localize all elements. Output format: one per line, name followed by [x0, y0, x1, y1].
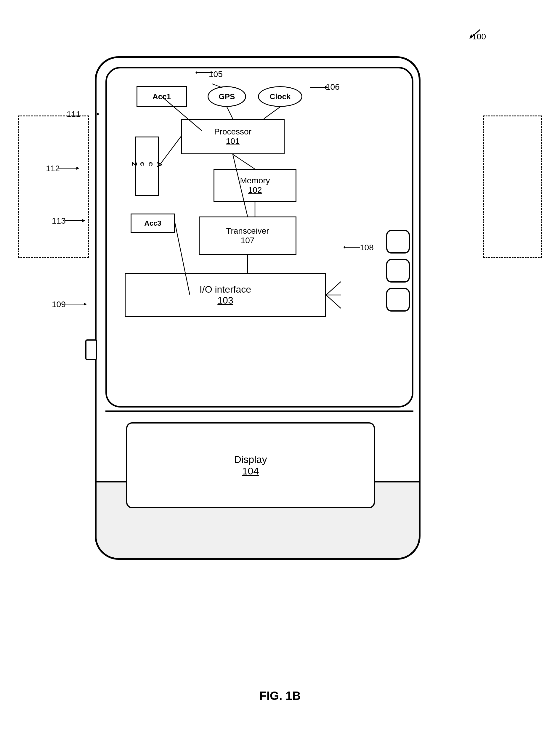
- acc2-box: Acc2: [135, 137, 159, 196]
- svg-line-8: [159, 137, 181, 166]
- device-outer: Acc1 GPS Clock Processor 101 Memory 102: [95, 56, 421, 560]
- display-label: Display: [234, 454, 267, 465]
- display-box: Display 104: [126, 422, 375, 508]
- acc2-label: Acc2: [130, 162, 163, 170]
- button-3[interactable]: [386, 288, 410, 312]
- button-group: [386, 230, 410, 312]
- clock-label: Clock: [270, 92, 291, 101]
- gps-oval: GPS: [208, 86, 246, 107]
- device-inner-top: Acc1 GPS Clock Processor 101 Memory 102: [106, 67, 413, 408]
- ref-113: 113: [52, 216, 66, 226]
- port-left: [85, 339, 97, 360]
- processor-ref: 101: [226, 137, 240, 146]
- io-label: I/O interface: [200, 284, 251, 295]
- arrow-100-icon: [468, 27, 485, 42]
- acc3-label: Acc3: [144, 219, 161, 227]
- ref-106: 106: [326, 82, 340, 92]
- memory-label: Memory: [240, 176, 270, 185]
- clock-oval: Clock: [258, 86, 302, 107]
- device-mid-separator: [106, 410, 413, 412]
- svg-line-13: [326, 295, 341, 308]
- svg-line-5: [233, 154, 255, 169]
- svg-line-2: [227, 107, 233, 119]
- ref-111: 111: [67, 110, 80, 119]
- gps-label: GPS: [219, 92, 235, 101]
- io-interface-box: I/O interface 103: [125, 273, 326, 317]
- page: 100 Acc1 GPS Clock Pr: [0, 0, 560, 741]
- processor-box: Processor 101: [181, 119, 285, 154]
- acc1-label: Acc1: [152, 92, 171, 101]
- button-2[interactable]: [386, 259, 410, 282]
- transceiver-label: Transceiver: [226, 226, 269, 236]
- acc1-box: Acc1: [137, 86, 187, 107]
- acc3-box: Acc3: [131, 213, 175, 233]
- dashed-right-accessory: [483, 116, 542, 258]
- display-ref: 104: [242, 465, 259, 477]
- io-ref: 103: [217, 295, 233, 306]
- button-1[interactable]: [386, 230, 410, 254]
- svg-line-11: [326, 282, 341, 295]
- ref-109-line: [65, 301, 87, 307]
- dashed-left-accessory: [18, 116, 89, 258]
- svg-marker-1: [469, 34, 472, 39]
- processor-label: Processor: [214, 127, 252, 137]
- figure-label: FIG. 1B: [259, 689, 300, 702]
- ref-112: 112: [46, 164, 60, 173]
- transceiver-ref: 107: [241, 236, 255, 245]
- ref-109: 109: [52, 300, 66, 309]
- memory-ref: 102: [248, 185, 262, 195]
- svg-line-3: [264, 107, 280, 119]
- transceiver-box: Transceiver 107: [199, 216, 296, 255]
- svg-marker-27: [84, 303, 87, 306]
- ref-108: 108: [360, 243, 374, 252]
- ref-105: 105: [209, 70, 223, 79]
- memory-box: Memory 102: [213, 169, 296, 202]
